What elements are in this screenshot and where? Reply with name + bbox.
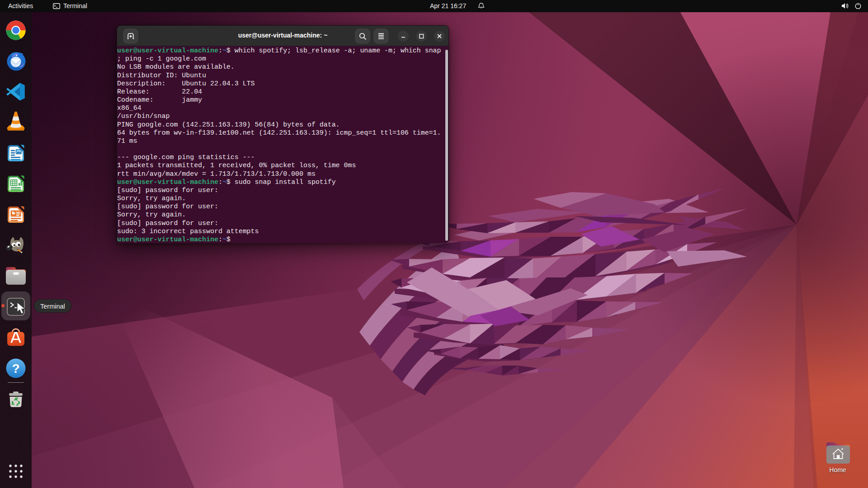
svg-text:?: ?	[12, 361, 19, 375]
